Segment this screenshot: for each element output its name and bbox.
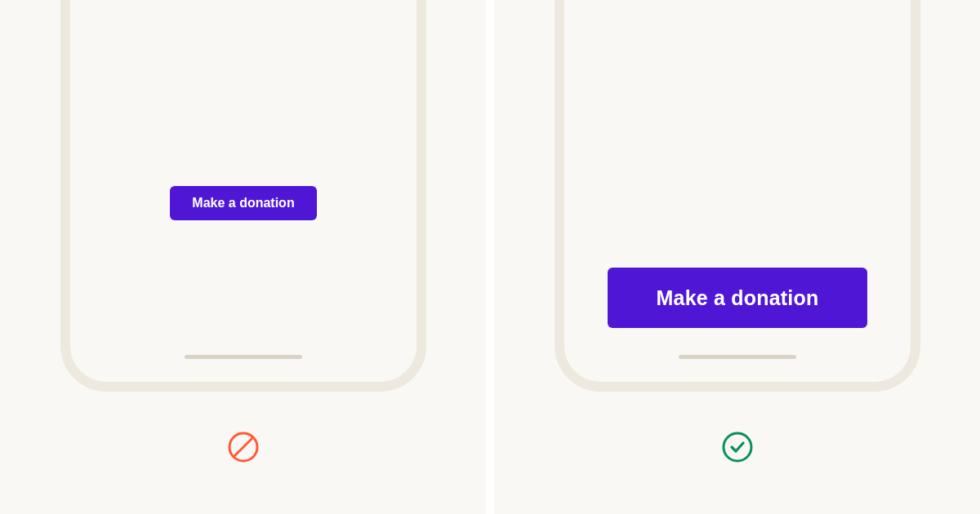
panel-gap <box>486 0 494 514</box>
phone-frame: Make a donation <box>555 0 920 392</box>
bad-example-panel: Make a donation <box>0 0 486 514</box>
good-example-panel: Make a donation <box>494 0 980 514</box>
home-indicator <box>185 355 302 359</box>
donate-button-large[interactable]: Make a donation <box>608 268 867 328</box>
phone-frame: Make a donation <box>60 0 426 392</box>
prohibited-icon <box>227 431 260 463</box>
svg-point-2 <box>724 433 751 461</box>
home-indicator <box>679 355 796 359</box>
svg-line-1 <box>234 438 252 457</box>
check-circle-icon <box>721 431 754 463</box>
donate-button-small[interactable]: Make a donation <box>170 186 317 220</box>
